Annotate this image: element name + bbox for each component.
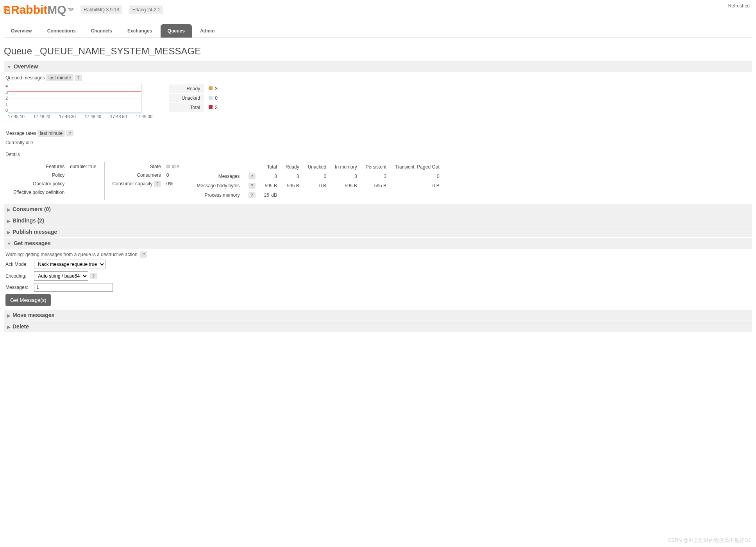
help-icon[interactable]: ? xyxy=(154,181,161,187)
rabbit-icon: ⎘ xyxy=(4,4,10,16)
queued-messages-label: Queued messages xyxy=(5,75,45,81)
ack-mode-select[interactable]: Nack message requeue true xyxy=(34,260,105,269)
help-icon[interactable]: ? xyxy=(140,251,147,258)
logo[interactable]: ⎘ RabbitMQ TM xyxy=(4,3,73,16)
nav-tabs: Overview Connections Channels Exchanges … xyxy=(4,24,752,38)
get-messages-button[interactable]: Get Message(s) xyxy=(5,294,51,306)
tab-connections[interactable]: Connections xyxy=(40,24,83,38)
chevron-right-icon: ▶ xyxy=(7,207,10,212)
tab-queues[interactable]: Queues xyxy=(161,24,192,38)
warning-text: Warning: getting messages from a queue i… xyxy=(5,252,139,257)
tab-channels[interactable]: Channels xyxy=(84,24,119,38)
time-range[interactable]: last minute xyxy=(38,130,65,137)
queued-messages-chart xyxy=(8,84,141,113)
idle-label: Currently idle xyxy=(5,140,751,145)
chevron-right-icon: ▶ xyxy=(7,230,10,235)
help-icon[interactable]: ? xyxy=(248,192,256,198)
section-publish[interactable]: ▶Publish message xyxy=(4,226,752,237)
message-rates-label: Message rates xyxy=(5,131,36,136)
chart-xaxis: 17:48:1017:48:2017:48:3017:48:4017:48:50… xyxy=(8,114,152,119)
stats-table: TotalReadyUnackedIn memoryPersistentTran… xyxy=(192,162,444,200)
encoding-select[interactable]: Auto string / base64 xyxy=(34,271,88,281)
messages-label: Messages: xyxy=(5,285,33,290)
chevron-right-icon: ▶ xyxy=(7,325,10,329)
section-move[interactable]: ▶Move messages xyxy=(4,309,752,321)
tab-admin[interactable]: Admin xyxy=(193,24,222,38)
section-get-messages[interactable]: ▼Get messages xyxy=(4,237,752,249)
chevron-right-icon: ▶ xyxy=(7,313,10,318)
page-title: Queue _QUEUE_NAME_SYSTEM_MESSAGE xyxy=(4,46,752,57)
help-icon[interactable]: ? xyxy=(66,130,73,136)
section-bindings[interactable]: ▶Bindings (2) xyxy=(4,215,752,226)
help-icon[interactable]: ? xyxy=(75,75,82,81)
help-icon[interactable]: ? xyxy=(248,173,256,179)
time-range[interactable]: last minute xyxy=(46,74,73,81)
messages-input[interactable] xyxy=(34,283,113,292)
encoding-label: Encoding: xyxy=(5,273,33,279)
chevron-down-icon: ▼ xyxy=(7,241,11,246)
section-overview[interactable]: ▼Overview xyxy=(4,61,752,72)
tab-overview[interactable]: Overview xyxy=(4,24,39,38)
refreshed-label: Refreshed xyxy=(728,3,750,9)
version-badge: RabbitMQ 3.9.13 xyxy=(80,5,122,14)
erlang-badge: Erlang 24.2.1 xyxy=(129,5,163,14)
section-consumers[interactable]: ▶Consumers (0) xyxy=(4,203,752,215)
details-label: Details xyxy=(5,152,751,157)
chevron-right-icon: ▶ xyxy=(7,219,10,223)
chevron-down-icon: ▼ xyxy=(7,65,11,69)
chart-legend: Ready3 Unacked0 Total3 xyxy=(168,84,222,113)
ack-mode-label: Ack Mode: xyxy=(5,262,33,267)
section-delete[interactable]: ▶Delete xyxy=(4,321,752,332)
tab-exchanges[interactable]: Exchanges xyxy=(120,24,159,38)
help-icon[interactable]: ? xyxy=(90,273,97,279)
help-icon[interactable]: ? xyxy=(248,183,256,189)
